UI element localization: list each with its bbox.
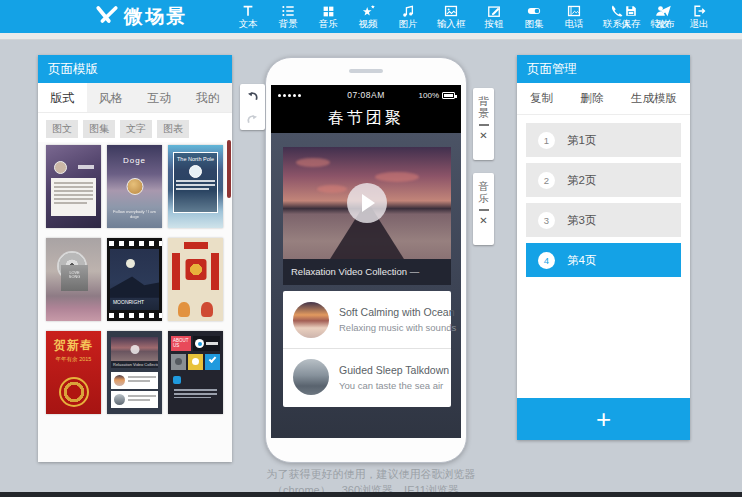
- filter-image-text[interactable]: 图文: [46, 120, 78, 138]
- page-panel-title: 页面管理: [517, 55, 690, 83]
- picture-icon: [567, 4, 581, 18]
- tab-mine[interactable]: 我的: [184, 83, 233, 112]
- divider: [479, 209, 489, 211]
- battery-icon: [442, 92, 455, 99]
- toolbar-video-button[interactable]: 视频: [348, 0, 388, 33]
- text-line: [54, 190, 93, 192]
- playlist-card: Soft Calming with Ocean Relaxing music w…: [283, 291, 451, 407]
- logo-text: 微场景: [124, 4, 187, 30]
- page-item-3[interactable]: 3 第3页: [526, 203, 681, 237]
- grid-icon: [322, 4, 335, 18]
- toolbar-image-button[interactable]: 图片: [388, 0, 428, 33]
- page-label: 第2页: [567, 173, 596, 188]
- track-title: Soft Calming with Ocean: [339, 306, 441, 318]
- phone-preview: 07:08AM 100% 春节团聚 Relaxation Video: [265, 57, 467, 463]
- template-title: The North Pole: [174, 156, 217, 162]
- filter-gallery[interactable]: 图集: [83, 120, 115, 138]
- battery-percent: 100%: [419, 91, 439, 100]
- toolbar-phone-button[interactable]: 电话: [554, 0, 594, 33]
- template-thumbnail-contact-dark[interactable]: ABOUT US: [168, 331, 223, 414]
- page-item-1[interactable]: 1 第1页: [526, 123, 681, 157]
- template-thumbnail-new-year-paper[interactable]: [168, 238, 223, 321]
- toolbar-background-button[interactable]: 背景: [268, 0, 308, 33]
- playlist-item[interactable]: Guided Sleep Talkdown You can taste the …: [283, 348, 451, 405]
- template-thumbnail-doge[interactable]: Doge Follow everybody ! I am doge: [107, 145, 162, 228]
- page-content: Relaxation Video Collection — Soft Calmi…: [271, 133, 461, 438]
- toolbar-button-button[interactable]: 按钮: [474, 0, 514, 33]
- add-page-button[interactable]: +: [517, 398, 690, 440]
- cartoon-kid: [201, 302, 213, 317]
- tab-style[interactable]: 风格: [87, 83, 136, 112]
- page-number-badge: 1: [538, 132, 555, 149]
- toolbar-label: 图片: [399, 19, 418, 29]
- history-controls: [240, 84, 265, 130]
- toolbar-label: 电话: [565, 19, 584, 29]
- template-thumbnail-relaxation[interactable]: Relaxation Video Collection: [107, 331, 162, 414]
- text-line: [54, 202, 87, 204]
- tab-interactive[interactable]: 互动: [135, 83, 184, 112]
- cartoon-kid: [178, 302, 190, 317]
- delete-page-button[interactable]: 删除: [581, 91, 604, 106]
- template-panel: 页面模版 版式 风格 互动 我的 图文 图集 文字 图表: [38, 55, 232, 462]
- phone-tile: [193, 336, 220, 351]
- toolbar-label: 保存: [622, 19, 641, 29]
- avatar: [54, 161, 67, 174]
- mini-play-icon: [130, 345, 139, 354]
- check-tile: [205, 354, 220, 370]
- toolbar-gallery-button[interactable]: 图集: [514, 0, 554, 33]
- close-icon[interactable]: ✕: [479, 216, 487, 226]
- template-thumbnail-new-year-red[interactable]: 贺新春 年年有余 2015: [46, 331, 101, 414]
- template-panel-title: 页面模版: [38, 55, 232, 83]
- generate-template-button[interactable]: 生成模版: [631, 91, 677, 106]
- app-logo: 微场景: [95, 0, 187, 33]
- page-title: 春节团聚: [271, 105, 461, 133]
- save-button[interactable]: 保存: [614, 0, 648, 33]
- template-thumbnail-moonlight-film[interactable]: MOONRIGHT: [107, 238, 162, 321]
- text-line: [128, 399, 150, 401]
- redo-button[interactable]: [244, 110, 261, 127]
- video-component[interactable]: Relaxation Video Collection —: [283, 147, 451, 285]
- toolbar-music-button[interactable]: 音乐: [308, 0, 348, 33]
- page-label: 第1页: [567, 133, 596, 148]
- text-line: [128, 380, 150, 382]
- text-line: [174, 397, 211, 399]
- template-grid: Doge Follow everybody ! I am doge The No…: [46, 145, 223, 418]
- page-item-2[interactable]: 2 第2页: [526, 163, 681, 197]
- undo-button[interactable]: [244, 87, 261, 104]
- text-line: [174, 389, 217, 391]
- panel-scrollbar-thumb[interactable]: [227, 140, 231, 198]
- template-thumbnail-love-song[interactable]: LOVE SONG: [46, 238, 101, 321]
- mini-thumb: [114, 394, 125, 405]
- template-title: 贺新春: [46, 337, 101, 354]
- track-texts: Guided Sleep Talkdown You can taste the …: [339, 364, 441, 391]
- template-tabs: 版式 风格 互动 我的: [38, 83, 232, 113]
- toolbar-label: 退出: [690, 19, 709, 29]
- component-tab-background[interactable]: 背景 ✕: [473, 88, 494, 160]
- toolbar-text-button[interactable]: 文本: [228, 0, 268, 33]
- status-bar: 07:08AM 100%: [271, 85, 461, 105]
- play-button[interactable]: [347, 183, 387, 223]
- app-badge: [173, 376, 181, 384]
- component-tab-music[interactable]: 音乐 ✕: [473, 173, 494, 245]
- track-subtitle: Relaxing music with sounds: [339, 322, 441, 333]
- text-line: [54, 182, 93, 184]
- toolbar-label: 输入框: [437, 19, 466, 29]
- app-root: 微场景 文本 背景 音乐 视频 图片: [0, 0, 742, 497]
- exit-button[interactable]: 退出: [682, 0, 716, 33]
- page-item-4-selected[interactable]: 4 第4页: [526, 243, 681, 277]
- star-icon: [361, 4, 376, 18]
- copy-page-button[interactable]: 复制: [530, 91, 553, 106]
- close-icon[interactable]: ✕: [479, 131, 487, 141]
- template-thumbnail-north-pole[interactable]: The North Pole: [168, 145, 223, 228]
- toolbar-input-box-button[interactable]: 输入框: [428, 0, 474, 33]
- phone-number-line: [206, 342, 218, 345]
- publish-button[interactable]: 发布: [648, 0, 682, 33]
- playlist-item[interactable]: Soft Calming with Ocean Relaxing music w…: [283, 291, 451, 348]
- tab-layout[interactable]: 版式: [38, 83, 87, 112]
- template-caption: Relaxation Video Collection: [111, 361, 158, 368]
- text-line: [54, 186, 93, 188]
- filter-chart[interactable]: 图表: [157, 120, 189, 138]
- template-thumbnail-profile-purple[interactable]: [46, 145, 101, 228]
- text-line: [54, 194, 93, 196]
- filter-text[interactable]: 文字: [120, 120, 152, 138]
